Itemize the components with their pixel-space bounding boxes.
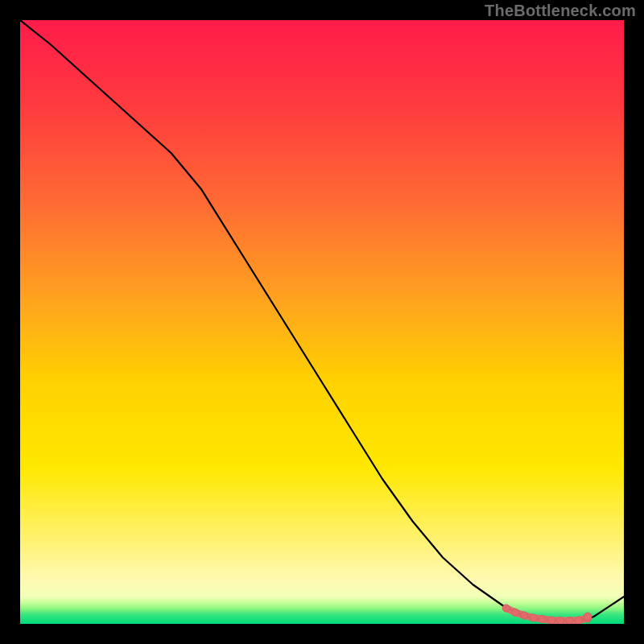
marker-dot — [547, 617, 555, 624]
watermark-text: TheBottleneck.com — [485, 2, 636, 20]
marker-dot — [521, 612, 528, 619]
marker-dot — [557, 617, 564, 624]
marker-dot — [511, 609, 518, 616]
chart-background — [20, 20, 624, 624]
marker-dot — [566, 617, 573, 624]
marker-dot-isolated — [584, 613, 592, 621]
marker-dot — [530, 614, 537, 621]
marker-dot — [502, 605, 510, 612]
marker-dot — [539, 615, 546, 622]
marker-dot — [575, 617, 582, 624]
chart-plot — [20, 20, 624, 624]
chart-svg — [20, 20, 624, 624]
